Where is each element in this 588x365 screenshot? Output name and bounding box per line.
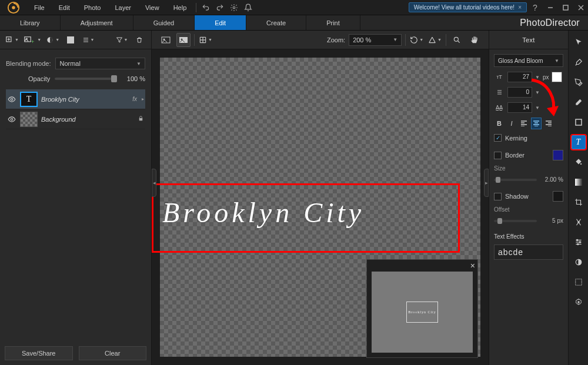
zoom-label: Zoom: xyxy=(327,36,345,43)
tab-adjustment[interactable]: Adjustment xyxy=(61,15,133,30)
new-layer-button[interactable]: ▼ xyxy=(5,33,19,47)
bold-button[interactable]: B xyxy=(494,118,505,129)
delete-layer-button[interactable] xyxy=(132,33,146,47)
clear-button[interactable]: Clear xyxy=(79,346,147,360)
border-color-swatch[interactable] xyxy=(553,150,563,160)
visibility-toggle[interactable] xyxy=(7,95,16,103)
font-size-input[interactable]: 27 xyxy=(507,72,532,82)
layer-expand-icon[interactable]: ▸ xyxy=(142,96,144,102)
shadow-color-swatch[interactable] xyxy=(553,191,563,202)
menu-view[interactable]: View xyxy=(138,0,166,15)
crop-tool-icon[interactable] xyxy=(572,195,586,209)
mask-button[interactable]: ▼ xyxy=(45,33,60,47)
collapse-left-handle[interactable]: ◂ xyxy=(152,169,156,197)
svg-rect-4 xyxy=(563,5,568,10)
shadow-checkbox[interactable] xyxy=(494,193,502,200)
effects-tool-icon[interactable] xyxy=(572,215,586,229)
border-size-slider[interactable] xyxy=(494,179,537,181)
main-area: ▼ +▼ ▼ ▼ ▼ Blending mode: Normal▼ Opacit… xyxy=(0,31,588,365)
layer-name[interactable]: Brooklyn City xyxy=(41,96,129,103)
gradient-tool-icon[interactable] xyxy=(572,175,586,189)
text-effects-preview[interactable]: abcde xyxy=(494,245,563,260)
flip-button[interactable]: ▼ xyxy=(427,33,442,47)
layer-row-background[interactable]: Background xyxy=(6,109,145,129)
blur-tool-icon[interactable] xyxy=(572,255,586,269)
tab-edit[interactable]: Edit xyxy=(195,15,246,30)
collapse-right-handle[interactable]: ▸ xyxy=(484,169,489,197)
welcome-close-icon[interactable]: × xyxy=(518,4,522,11)
add-image-layer-button[interactable]: +▼ xyxy=(23,33,42,47)
layer-row-text[interactable]: T Brooklyn City fx ▸ xyxy=(6,89,145,109)
blending-mode-select[interactable]: Normal▼ xyxy=(55,58,145,69)
line-height-stepper[interactable]: ▼ xyxy=(535,90,540,95)
zoom-select[interactable]: 200 %▼ xyxy=(349,34,402,46)
welcome-text: Welcome! View all tutorial videos here! xyxy=(414,4,514,11)
menu-help[interactable]: Help xyxy=(166,0,194,15)
fill-tool-icon[interactable] xyxy=(572,155,586,169)
move-tool-icon[interactable] xyxy=(572,35,586,49)
save-share-button[interactable]: Save/Share xyxy=(5,346,73,360)
grid-button[interactable]: ▼ xyxy=(198,33,213,47)
brush-tool-icon[interactable] xyxy=(572,55,586,69)
zoom-tool-icon[interactable] xyxy=(450,33,464,47)
text-tool-icon[interactable]: T xyxy=(572,135,586,149)
adjust-tool-icon[interactable] xyxy=(572,235,586,249)
fill-button[interactable] xyxy=(64,33,78,47)
close-button[interactable] xyxy=(574,2,588,14)
settings-tool-icon[interactable] xyxy=(572,295,586,309)
tab-print[interactable]: Print xyxy=(306,15,360,30)
shadow-offset-slider[interactable] xyxy=(494,220,537,222)
menu-photo[interactable]: Photo xyxy=(77,0,108,15)
italic-button[interactable]: I xyxy=(506,118,517,129)
border-checkbox[interactable] xyxy=(494,152,502,159)
tracking-stepper[interactable]: ▼ xyxy=(535,105,540,110)
pan-tool-icon[interactable] xyxy=(467,33,482,47)
undo-icon[interactable] xyxy=(199,0,213,15)
menu-edit[interactable]: Edit xyxy=(52,0,77,15)
tab-guided[interactable]: Guided xyxy=(133,15,195,30)
welcome-banner[interactable]: Welcome! View all tutorial videos here! … xyxy=(409,2,527,12)
view-mode-single-icon[interactable] xyxy=(159,33,173,47)
font-size-stepper[interactable]: ▼ xyxy=(535,75,540,80)
layer-menu-button[interactable]: ▼ xyxy=(81,33,95,47)
svg-point-51 xyxy=(577,222,579,223)
visibility-toggle[interactable] xyxy=(7,115,16,123)
redo-icon[interactable] xyxy=(213,0,227,15)
navigator-panel[interactable]: × Brooklyn City xyxy=(366,259,478,358)
filter-button[interactable]: ▼ xyxy=(115,33,129,47)
help-button[interactable]: ? xyxy=(528,2,542,14)
menu-layer[interactable]: Layer xyxy=(108,0,138,15)
align-right-button[interactable] xyxy=(543,118,554,129)
align-left-button[interactable] xyxy=(519,118,529,129)
tracking-input[interactable]: 14 xyxy=(507,102,532,113)
selection-tool-icon[interactable] xyxy=(572,275,586,289)
view-mode-compare-icon[interactable] xyxy=(176,33,191,47)
tab-library[interactable]: Library xyxy=(0,15,61,30)
maximize-button[interactable] xyxy=(559,2,573,14)
opacity-value: 100 % xyxy=(122,75,145,82)
settings-icon[interactable] xyxy=(227,0,241,15)
notification-icon[interactable] xyxy=(241,0,255,15)
eraser-tool-icon[interactable] xyxy=(572,95,586,109)
shape-tool-icon[interactable] xyxy=(572,115,586,129)
font-family-select[interactable]: Gloss And Bloom▼ xyxy=(494,54,563,67)
layer-fx-indicator[interactable]: fx xyxy=(132,96,137,102)
navigator-viewport[interactable]: Brooklyn City xyxy=(406,302,438,323)
text-color-swatch[interactable] xyxy=(552,72,562,82)
shadow-offset-label: Offset xyxy=(494,206,563,213)
menu-file[interactable]: File xyxy=(27,0,52,15)
align-center-button[interactable] xyxy=(531,118,542,129)
canvas-text-layer[interactable]: Brooklyn City xyxy=(162,196,365,229)
navigator-close-icon[interactable]: × xyxy=(470,261,475,270)
minimize-button[interactable] xyxy=(543,2,557,14)
navigator-preview[interactable]: Brooklyn City xyxy=(372,272,473,353)
kerning-checkbox[interactable] xyxy=(494,134,502,142)
pen-tool-icon[interactable] xyxy=(572,75,586,89)
rotate-button[interactable]: ▼ xyxy=(409,33,424,47)
tab-create[interactable]: Create xyxy=(246,15,306,30)
canvas[interactable]: Brooklyn City × Brooklyn City xyxy=(152,49,489,365)
line-height-input[interactable]: 0 xyxy=(507,87,532,98)
opacity-slider[interactable] xyxy=(55,78,117,80)
module-tabs: Library Adjustment Guided Edit Create Pr… xyxy=(0,15,588,31)
layer-name[interactable]: Background xyxy=(41,116,134,123)
